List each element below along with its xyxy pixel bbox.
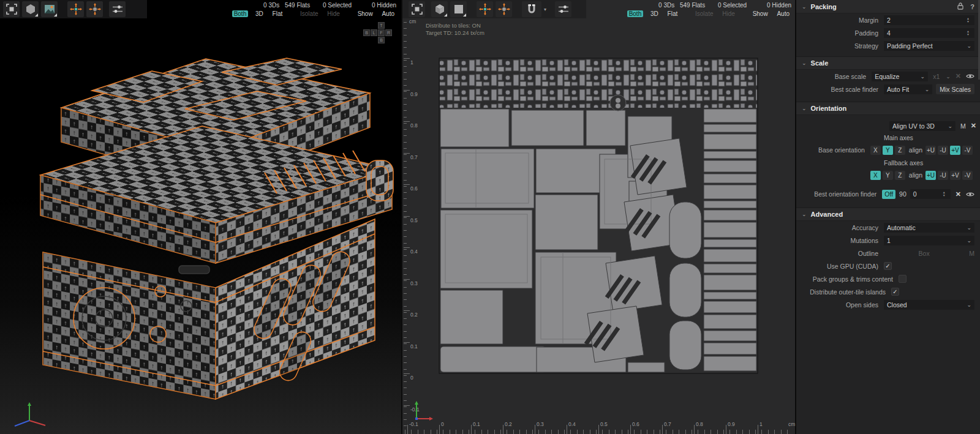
fallback-axis-x[interactable]: X [870,171,881,180]
view-cube-front[interactable]: F [378,29,385,36]
mix-scales-button[interactable]: Mix Scales [936,84,974,94]
main-axis-z[interactable]: Z [895,146,905,155]
uv-info-overlay: Distribute to tiles: ON Target TD: 10.24… [426,22,484,37]
open-sides-dropdown[interactable]: Closed ⌄ [884,300,974,310]
margin-input[interactable]: 2 ▲▼ [884,15,974,25]
status-bar-uv: 0 3Ds 549 Flats 0 Selected 0 Hidden Both… [624,1,791,18]
best-scale-dropdown[interactable]: Auto Fit ⌄ [884,84,932,94]
mode-both[interactable]: Both [232,10,249,17]
mode-show[interactable]: Show [751,10,770,17]
clear-icon[interactable]: ✕ [971,122,976,130]
chevron-down-icon[interactable]: ⌄ [802,4,807,10]
eye-icon[interactable] [966,192,974,197]
align-uv-dropdown[interactable]: Align UV to 3D ⌄ [889,121,956,131]
padding-value: 4 [887,29,891,37]
base-scale-dropdown[interactable]: Equalize ⌄ [872,72,928,81]
mutations-dropdown[interactable]: 1 ⌄ [884,236,974,245]
gpu-checkbox[interactable]: ✓ [884,262,892,270]
padding-label: Padding [802,29,884,37]
3d-model-canvas[interactable]: ↑ ↑ ↑ ↑ ↑ ↑ ↑ ↑ ↑ ↑ [0,0,401,434]
viewport-3d[interactable]: ↑ ↑ ↑ ↑ ↑ ↑ ↑ ↑ ↑ ↑ [0,0,401,434]
clear-icon[interactable]: ✕ [956,190,961,198]
main-plus-v[interactable]: +V [950,146,960,155]
outline-box-option[interactable]: Box [884,249,964,258]
accuracy-dropdown[interactable]: Automatic ⌄ [884,223,974,233]
mode-flat[interactable]: Flat [271,10,285,17]
best-orientation-finder-label: Best orientation finder [802,190,882,198]
mode-show[interactable]: Show [356,10,375,17]
texture-display-icon[interactable] [41,1,58,17]
magnet-snap-icon[interactable] [522,1,541,17]
pack-groups-checkbox[interactable] [899,275,907,283]
view-cube-back[interactable]: B [363,29,370,36]
chevron-down-icon[interactable]: ⌄ [802,105,807,111]
section-header-advanced[interactable]: ⌄ Advanced [796,208,980,221]
display-options-icon[interactable] [555,1,571,17]
move-island-icon[interactable] [477,1,493,17]
mode-flat[interactable]: Flat [666,10,680,17]
mode-auto[interactable]: Auto [775,10,791,17]
mode-both[interactable]: Both [627,10,644,17]
mode-3d[interactable]: 3D [649,10,660,17]
distribute-checkbox[interactable]: ✓ [891,288,899,296]
main-minus-v[interactable]: -V [962,146,973,155]
fallback-axis-z[interactable]: Z [895,171,905,180]
padding-spinner[interactable]: ▲▼ [965,28,971,38]
padding-input[interactable]: 4 ▲▼ [884,28,974,38]
chevron-down-icon[interactable]: ⌄ [802,60,807,66]
polygon-mode-icon[interactable] [22,1,39,17]
move-pivot-icon[interactable] [86,1,103,17]
section-header-packing[interactable]: ⌄ Packing ? [796,0,980,13]
orientation-angle: 90 [899,190,907,198]
section-header-scale[interactable]: ⌄ Scale [796,56,980,70]
fallback-minus-u[interactable]: -U [938,171,948,180]
margin-spinner[interactable]: ▲▼ [965,15,971,25]
view-cube-bottom[interactable]: B [378,37,385,43]
uv-canvas[interactable] [402,0,795,434]
fill-mode-icon[interactable] [450,1,467,17]
mode-isolate[interactable]: Isolate [298,10,320,17]
move-island-icon[interactable] [67,1,84,17]
orientation-off-toggle[interactable]: Off [882,190,895,199]
count-3ds: 0 3Ds [658,2,674,9]
chevron-down-icon[interactable]: ⌄ [802,211,807,217]
mode-hide[interactable]: Hide [720,10,737,17]
main-plus-u[interactable]: +U [925,146,936,155]
fallback-minus-v[interactable]: -V [962,171,973,180]
marquee-select-icon[interactable] [3,1,20,17]
eye-icon[interactable] [966,73,974,79]
main-minus-u[interactable]: -U [938,146,948,155]
mode-auto[interactable]: Auto [380,10,396,17]
view-cube-top[interactable]: T [378,22,385,29]
chevron-down-icon: ⌄ [967,225,971,231]
count-flats: 549 Flats [680,2,705,9]
display-options-icon[interactable] [109,1,126,17]
main-axis-y[interactable]: Y [883,146,893,155]
mode-hide[interactable]: Hide [325,10,342,17]
orientation-step-input[interactable]: 0 ▲▼ [910,189,951,199]
cube-mode-icon[interactable] [431,1,448,17]
help-icon[interactable]: ? [970,3,974,10]
view-cube-right[interactable]: R [385,29,392,36]
strategy-dropdown[interactable]: Padding Perfect ⌄ [884,41,974,51]
fallback-plus-v[interactable]: +V [950,171,960,180]
mode-3d[interactable]: 3D [254,10,265,17]
fallback-plus-u[interactable]: +U [925,171,936,180]
orientation-step-spinner[interactable]: ▲▼ [941,189,948,199]
clear-icon[interactable]: ✕ [956,72,961,80]
mutations-value: 1 [887,237,891,244]
section-header-orientation[interactable]: ⌄ Orientation [796,102,980,115]
fallback-axis-y[interactable]: Y [883,171,893,180]
viewport-uv[interactable]: ▾ 0 3Ds 549 Flats 0 Selected 0 Hidden Bo… [402,0,795,434]
mode-isolate[interactable]: Isolate [693,10,715,17]
main-axis-x[interactable]: X [870,146,881,155]
m-button[interactable]: M [960,122,966,130]
view-cube-left[interactable]: L [371,29,377,36]
outline-m-button[interactable]: M [969,250,974,257]
chevron-down-icon[interactable]: ⌄ [946,73,951,80]
move-pivot-icon[interactable] [496,1,512,17]
marquee-select-icon[interactable] [409,1,425,17]
lock-icon[interactable] [957,2,964,11]
magnet-dropdown-caret[interactable]: ▾ [544,7,546,12]
view-cube-widget[interactable]: T B L F R B [363,22,393,44]
